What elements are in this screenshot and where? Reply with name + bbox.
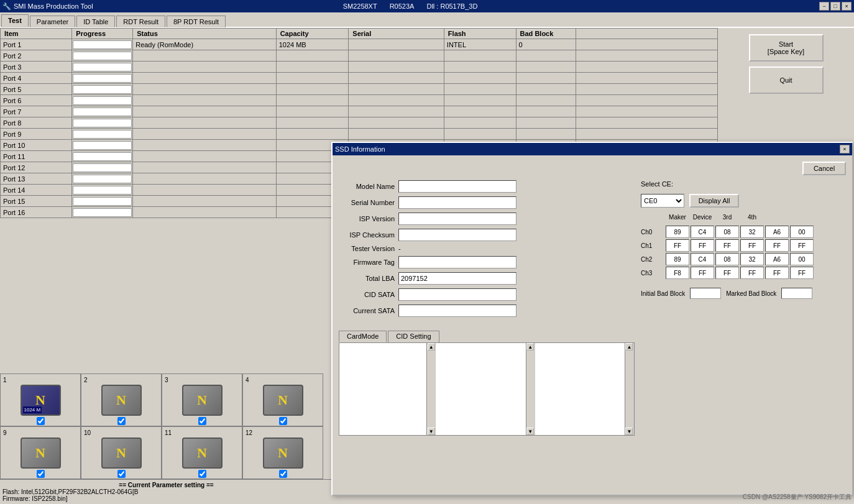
ce-cell-value: FF	[715, 267, 739, 279]
dialog-tabs-area: CardMode CID Setting ▲ ▼	[339, 326, 635, 436]
title-bar: 🔧 SMI Mass Production Tool SM2258XT R052…	[0, 0, 854, 12]
isp-version-input[interactable]	[398, 213, 517, 225]
drive-checkbox[interactable]	[279, 470, 287, 478]
dialog-close-button[interactable]: ×	[840, 145, 850, 153]
ce-col-3rd: 3rd	[715, 214, 739, 221]
cell-bad-block	[516, 95, 576, 106]
drive-checkbox[interactable]	[117, 470, 126, 478]
scroll-up-3[interactable]: ▲	[625, 343, 633, 351]
ce-row-label: Ch0	[641, 226, 664, 238]
cid-sata-input[interactable]	[398, 288, 517, 301]
param-firmware: Firmware: ISP2258.bin]	[2, 495, 330, 502]
app-icon: 🔧	[2, 2, 11, 11]
start-button[interactable]: Start [Space Key]	[749, 34, 824, 62]
cell-item: Port 14	[1, 185, 72, 196]
firmware-tag-input[interactable]	[398, 256, 517, 268]
cell-serial	[349, 73, 444, 84]
drive-checkbox[interactable]	[279, 417, 287, 425]
drive-checkbox[interactable]	[198, 417, 206, 425]
tab-cardmode[interactable]: CardMode	[339, 331, 387, 342]
scroll-down-2[interactable]: ▼	[526, 428, 534, 435]
cell-item: Port 5	[1, 84, 72, 95]
cell-item: Port 6	[1, 95, 72, 106]
scroll-up-1[interactable]: ▲	[428, 343, 435, 351]
cell-flash	[444, 84, 516, 95]
drive-icon-body: N	[182, 438, 223, 469]
drive-number: 9	[3, 429, 7, 436]
current-sata-row: Current SATA	[339, 305, 635, 317]
isp-checksum-label: ISP Checksum	[339, 231, 395, 239]
ce-cell-value: FF	[740, 267, 764, 279]
drive-checkbox[interactable]	[117, 417, 126, 425]
table-row: Port 9	[1, 129, 718, 140]
cell-item: Port 3	[1, 62, 72, 73]
initial-bad-block-input[interactable]	[690, 288, 721, 299]
tab-panel-3: ▲ ▼	[538, 343, 634, 435]
ce-cell-value: FF	[740, 239, 764, 252]
serial-number-input[interactable]	[398, 196, 517, 209]
scroll-down-3[interactable]: ▼	[625, 428, 633, 435]
ce-data-row: Ch289C40832A600	[641, 253, 846, 265]
model-name-label: Model Name	[339, 183, 395, 190]
ce-dropdown[interactable]: CE0 CE1 CE2 CE3	[641, 194, 684, 208]
ce-grid-rows: Ch089C40832A600Ch1FFFFFFFFFFFFCh289C4083…	[641, 226, 846, 280]
drive-checkbox[interactable]	[37, 470, 45, 478]
drive-icon: N	[99, 438, 143, 469]
tab-cid-setting[interactable]: CID Setting	[388, 331, 439, 342]
cid-sata-row: CID SATA	[339, 288, 635, 301]
tab-id-table[interactable]: ID Table	[76, 16, 115, 27]
col-extra	[576, 29, 718, 39]
col-item: Item	[1, 29, 72, 39]
dialog-tab-row: CardMode CID Setting	[339, 331, 635, 342]
cell-progress	[72, 140, 133, 151]
table-row: Port 8	[1, 117, 718, 129]
minimize-button[interactable]: −	[819, 2, 829, 11]
cell-extra	[576, 84, 718, 95]
tab-scroll-1: ▲ ▼	[426, 343, 435, 435]
ce-cell-value: C4	[691, 253, 714, 265]
ce-row-label: Ch2	[641, 253, 664, 265]
dialog-form-left: Model Name Serial Number ISP Version ISP…	[339, 180, 635, 488]
ce-cell-value: 89	[666, 253, 689, 265]
scroll-up-2[interactable]: ▲	[526, 343, 534, 351]
title-dll: Dll : R0517B_3D	[426, 2, 477, 10]
cell-extra	[576, 117, 718, 129]
total-lba-label: Total LBA	[339, 275, 395, 282]
isp-checksum-input[interactable]	[398, 229, 517, 241]
dialog-title-text: SSD Information	[335, 145, 840, 153]
drive-checkbox[interactable]	[198, 470, 206, 478]
drive-icon-body: N	[101, 438, 142, 469]
marked-bad-block-label: Marked Bad Block	[726, 290, 776, 297]
cell-serial	[349, 106, 444, 117]
scroll-down-1[interactable]: ▼	[428, 428, 435, 435]
drive-checkbox[interactable]	[37, 417, 45, 425]
ce-data-row: Ch3F8FFFFFFFFFF	[641, 267, 846, 279]
table-row: Port 4	[1, 73, 718, 84]
cell-flash	[444, 117, 516, 129]
model-name-input[interactable]	[398, 180, 517, 193]
ce-cell-value: FF	[715, 239, 739, 252]
dialog-ce-section: Select CE: CE0 CE1 CE2 CE3 Display All	[641, 180, 846, 488]
total-lba-input[interactable]	[398, 272, 517, 285]
display-all-button[interactable]: Display All	[689, 194, 739, 208]
maximize-button[interactable]: □	[830, 2, 840, 11]
tab-test[interactable]: Test	[1, 14, 29, 27]
tab-parameter[interactable]: Parameter	[30, 16, 75, 27]
marked-bad-block-input[interactable]	[781, 288, 812, 299]
tab-rdt-result[interactable]: RDT Result	[116, 16, 165, 27]
cell-progress	[72, 207, 133, 218]
cancel-button[interactable]: Cancel	[802, 162, 846, 175]
cell-capacity	[276, 117, 349, 129]
cell-item: Port 15	[1, 196, 72, 207]
tab-scroll-2: ▲ ▼	[526, 343, 535, 435]
quit-button[interactable]: Quit	[749, 66, 824, 94]
cell-status	[133, 129, 276, 140]
current-sata-input[interactable]	[398, 305, 517, 317]
ce-col-extra2	[790, 214, 814, 221]
model-name-row: Model Name	[339, 180, 635, 193]
close-button[interactable]: ×	[842, 2, 852, 11]
drive-cell: 11N	[162, 426, 242, 479]
tab-8p-rdt-result[interactable]: 8P RDT Result	[167, 16, 226, 27]
ce-cell-value: 32	[740, 253, 764, 265]
ssd-info-dialog[interactable]: SSD Information × Cancel Model Name Seri…	[331, 142, 853, 496]
